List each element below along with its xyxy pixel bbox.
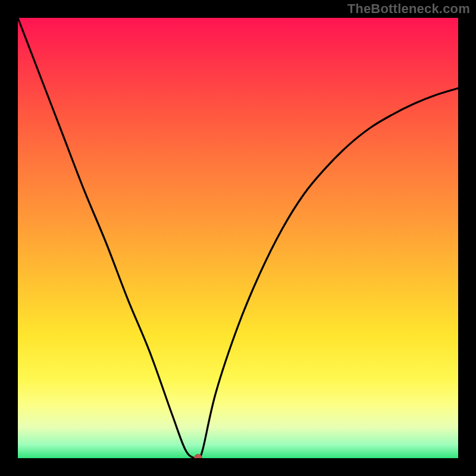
plot-area <box>18 18 458 458</box>
optimum-marker <box>194 454 202 458</box>
curve-svg <box>18 18 458 458</box>
chart-frame: TheBottleneck.com <box>0 0 476 476</box>
bottleneck-curve <box>18 18 458 458</box>
watermark-text: TheBottleneck.com <box>347 1 470 17</box>
